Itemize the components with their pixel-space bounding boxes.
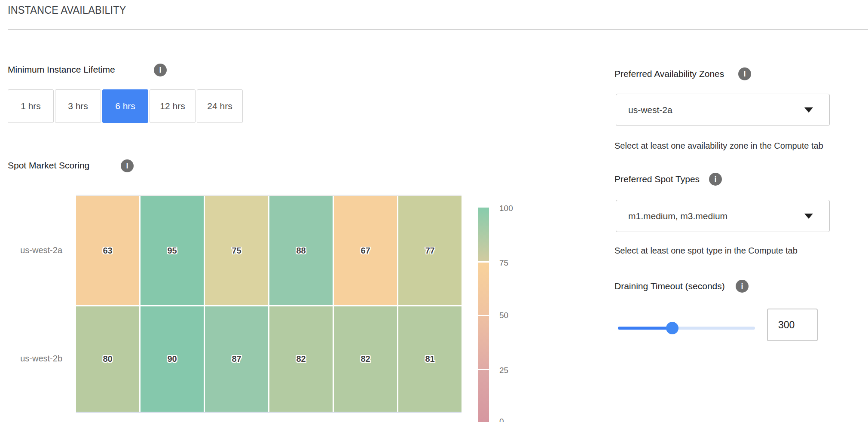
heatmap-cell[interactable]: 95 <box>141 196 204 305</box>
lifetime-option-24hrs[interactable]: 24 hrs <box>197 89 243 123</box>
page-title: INSTANCE AVAILABILITY <box>8 3 126 17</box>
colorbar-tick-0: 0 <box>499 417 525 422</box>
heatmap-cell[interactable]: 63 <box>76 196 139 305</box>
lifetime-option-3hrs[interactable]: 3 hrs <box>55 89 101 123</box>
heatmap-row-label-us-west-2b: us-west-2b <box>6 354 62 364</box>
availability-zones-helper-text: Select at least one availability zone in… <box>614 141 823 151</box>
colorbar-tick-75: 75 <box>499 258 525 268</box>
heatmap-cell[interactable]: 77 <box>398 196 462 305</box>
draining-timeout-input[interactable] <box>767 309 818 341</box>
colorbar-tick-100: 100 <box>499 204 525 213</box>
colorbar-tick-25: 25 <box>499 366 525 375</box>
spot-types-helper-text: Select at least one spot type in the Com… <box>614 246 798 256</box>
heatmap-cell[interactable]: 82 <box>269 306 333 412</box>
heatmap-cell[interactable]: 82 <box>334 306 397 412</box>
spot-market-scoring-heatmap: 63 95 75 88 67 77 80 90 87 82 82 81 <box>76 195 462 413</box>
preferred-spot-types-label: Preferred Spot Types <box>614 174 700 184</box>
colorbar-segment-25-0 <box>478 370 489 422</box>
slider-thumb[interactable] <box>666 322 679 334</box>
info-icon[interactable]: i <box>154 64 167 76</box>
colorbar-tick-50: 50 <box>499 311 525 320</box>
heatmap-cell[interactable]: 80 <box>76 306 139 412</box>
spot-market-scoring-label: Spot Market Scoring <box>8 160 89 171</box>
instance-availability-panel: INSTANCE AVAILABILITY Minimum Instance L… <box>0 0 868 422</box>
preferred-availability-zones-label: Preferred Availability Zones <box>614 69 724 79</box>
info-icon[interactable]: i <box>738 67 751 80</box>
lifetime-option-1hrs[interactable]: 1 hrs <box>8 89 54 123</box>
heatmap-cell[interactable]: 67 <box>334 196 397 305</box>
heatmap-cell[interactable]: 81 <box>398 306 462 412</box>
heatmap-row: 80 90 87 82 82 81 <box>76 306 462 412</box>
heatmap-cell[interactable]: 75 <box>205 196 268 305</box>
availability-zones-dropdown-value: us-west-2a <box>628 105 804 115</box>
slider-fill <box>618 327 672 330</box>
heatmap-row: 63 95 75 88 67 77 <box>76 196 462 305</box>
heatmap-row-label-us-west-2a: us-west-2a <box>6 245 62 255</box>
heatmap-cell[interactable]: 88 <box>269 196 333 305</box>
lifetime-button-group: 1 hrs 3 hrs 6 hrs 12 hrs 24 hrs <box>8 89 243 123</box>
availability-zones-dropdown[interactable]: us-west-2a <box>616 94 830 126</box>
info-icon[interactable]: i <box>121 159 134 172</box>
draining-timeout-label: Draining Timeout (seconds) <box>614 281 725 291</box>
colorbar-segment-75-50 <box>478 263 489 315</box>
colorbar-segment-50-25 <box>478 316 489 369</box>
minimum-instance-lifetime-label: Minimum Instance Lifetime <box>8 64 115 75</box>
heatmap-cell[interactable]: 87 <box>205 306 268 412</box>
lifetime-option-6hrs[interactable]: 6 hrs <box>102 89 148 123</box>
spot-types-dropdown[interactable]: m1.medium, m3.medium <box>616 200 830 232</box>
heatmap-cell[interactable]: 90 <box>141 306 204 412</box>
chevron-down-icon <box>804 214 813 219</box>
header-divider <box>8 29 868 30</box>
lifetime-option-12hrs[interactable]: 12 hrs <box>150 89 196 123</box>
info-icon[interactable]: i <box>736 280 749 293</box>
info-icon[interactable]: i <box>709 173 722 186</box>
colorbar-segment-100-75 <box>478 208 489 261</box>
spot-types-dropdown-value: m1.medium, m3.medium <box>628 211 804 221</box>
draining-timeout-slider[interactable] <box>618 327 755 330</box>
chevron-down-icon <box>804 107 813 113</box>
